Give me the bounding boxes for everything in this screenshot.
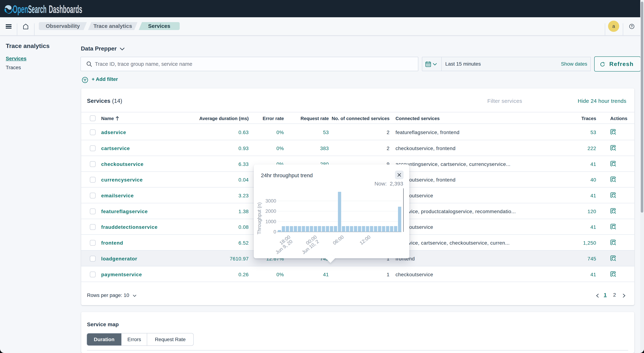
svg-text:1000: 1000 — [266, 219, 276, 224]
svg-text:Search: Search — [28, 3, 46, 15]
svg-text:06:00: 06:00 — [332, 234, 345, 246]
svg-text:12:00: 12:00 — [359, 234, 372, 246]
svg-text:0: 0 — [274, 229, 276, 234]
svg-text:?: ? — [631, 24, 633, 28]
svg-text:2000: 2000 — [266, 208, 276, 214]
svg-text:Dashboards: Dashboards — [49, 3, 82, 15]
svg-text:3000: 3000 — [266, 198, 276, 204]
svg-text:Throughput (n): Throughput (n) — [256, 202, 262, 234]
svg-text:Open: Open — [13, 3, 28, 15]
